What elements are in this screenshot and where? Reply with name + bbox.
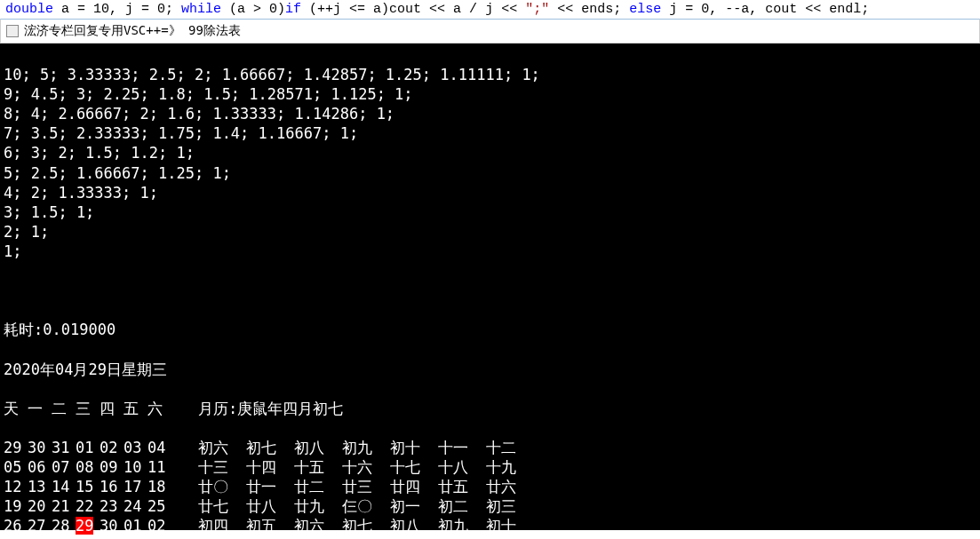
output-line: 1; [4, 242, 976, 261]
output-line: 6; 3; 2; 1.5; 1.2; 1; [4, 143, 976, 162]
day-cell: 12 [4, 477, 28, 496]
lunar-cell: 十一 [198, 535, 246, 539]
blank-line [4, 281, 976, 300]
lunar-cell: 初四 [198, 516, 246, 535]
day-cell: 01 [76, 438, 100, 457]
lunar-cell: 初六 [198, 438, 246, 457]
lunar-cell: 廿四 [390, 477, 438, 496]
day-cell: 10 [123, 457, 147, 477]
calendar-header: 天一二三四五六月历:庚鼠年四月初七 [4, 399, 976, 418]
lunar-cell: 初九 [438, 516, 486, 535]
output-line: 9; 4.5; 3; 2.25; 1.8; 1.5; 1.28571; 1.12… [4, 84, 976, 104]
lunar-header: 月历:庚鼠年四月初七 [198, 400, 343, 417]
output-line: 8; 4; 2.66667; 2; 1.6; 1.33333; 1.14286;… [4, 104, 976, 123]
day-cell: 27 [28, 516, 52, 535]
lunar-cell: 十六 [438, 535, 486, 539]
lunar-cell: 十四 [246, 457, 294, 477]
window-title: 浤济专栏回复专用VSC++=》 99除法表 [24, 23, 241, 39]
day-cell: 19 [4, 496, 28, 516]
day-cell: 22 [76, 496, 100, 516]
calendar-row: 29303101020304初六初七初八初九初十十一十二 [4, 438, 976, 457]
code-snippet: double a = 10, j = 0; while (a > 0)if (+… [0, 0, 980, 19]
day-cell: 13 [28, 477, 52, 496]
output-line: 5; 2.5; 1.66667; 1.25; 1; [4, 163, 976, 183]
day-cell: 04 [28, 535, 52, 539]
weekday-cell: 一 [28, 399, 52, 418]
lunar-cell: 初七 [246, 438, 294, 457]
day-cell: 01 [123, 516, 147, 535]
lunar-cell: 初十 [486, 516, 534, 535]
output-line: 2; 1; [4, 222, 976, 242]
lunar-cell: 十五 [390, 535, 438, 539]
day-cell: 04 [147, 438, 171, 457]
window-title-bar[interactable]: 浤济专栏回复专用VSC++=》 99除法表 [0, 19, 980, 44]
day-cell: 29 [4, 438, 28, 457]
output-line: 7; 3.5; 2.33333; 1.75; 1.4; 1.16667; 1; [4, 123, 976, 143]
console-output[interactable]: 10; 5; 3.33333; 2.5; 2; 1.66667; 1.42857… [0, 44, 980, 530]
date-line: 2020年04月29日星期三 [4, 360, 976, 379]
day-cell: 02 [147, 516, 171, 535]
lunar-cell: 十二 [486, 438, 534, 457]
day-cell: 08 [123, 535, 147, 539]
lunar-cell: 十二 [246, 535, 294, 539]
day-cell: 08 [76, 457, 100, 477]
day-cell: 05 [4, 457, 28, 477]
lunar-cell: 初一 [390, 496, 438, 516]
weekday-cell: 六 [147, 399, 171, 418]
lunar-cell: 初十 [390, 438, 438, 457]
output-line: 3; 1.5; 1; [4, 202, 976, 222]
lunar-cell: 初六 [294, 516, 342, 535]
lunar-cell: 初九 [342, 438, 390, 457]
calendar-row: 05060708091011十三十四十五十六十七十八十九 [4, 457, 976, 477]
lunar-cell: 初七 [342, 516, 390, 535]
day-cell: 07 [52, 457, 76, 477]
lunar-cell: 初八 [294, 438, 342, 457]
lunar-cell: 仨〇 [342, 496, 390, 516]
lunar-cell: 廿七 [198, 496, 246, 516]
output-line: 4; 2; 1.33333; 1; [4, 183, 976, 202]
lunar-cell: 十七 [486, 535, 534, 539]
day-cell: 03 [4, 535, 28, 539]
lunar-cell: 十八 [438, 457, 486, 477]
calendar-row: 03040506070809十一十二十三十四十五十六十七 [4, 535, 976, 539]
calendar-row: 12131415161718廿〇廿一廿二廿三廿四廿五廿六 [4, 477, 976, 496]
keyword-else: else [629, 2, 661, 17]
weekday-cell: 五 [123, 399, 147, 418]
lunar-cell: 廿八 [246, 496, 294, 516]
day-cell: 30 [28, 438, 52, 457]
day-cell: 05 [52, 535, 76, 539]
lunar-cell: 十四 [342, 535, 390, 539]
lunar-cell: 十一 [438, 438, 486, 457]
day-cell: 03 [123, 438, 147, 457]
day-cell: 14 [52, 477, 76, 496]
lunar-cell: 廿五 [438, 477, 486, 496]
lunar-cell: 廿一 [246, 477, 294, 496]
day-cell: 29 [76, 516, 100, 535]
keyword-double: double [5, 2, 53, 17]
lunar-cell: 初五 [246, 516, 294, 535]
day-cell: 31 [52, 438, 76, 457]
day-cell: 09 [100, 457, 123, 477]
keyword-if: if [285, 2, 301, 17]
elapsed-time: 耗时:0.019000 [4, 320, 976, 339]
day-cell: 17 [123, 477, 147, 496]
day-cell: 02 [100, 438, 123, 457]
lunar-cell: 初八 [390, 516, 438, 535]
weekday-cell: 四 [100, 399, 123, 418]
calendar-body: 29303101020304初六初七初八初九初十十一十二050607080910… [4, 438, 976, 539]
lunar-cell: 初三 [486, 496, 534, 516]
day-cell: 18 [147, 477, 171, 496]
lunar-cell: 十七 [390, 457, 438, 477]
day-cell: 07 [100, 535, 123, 539]
calendar-row: 26272829300102初四初五初六初七初八初九初十 [4, 516, 976, 535]
lunar-cell: 十五 [294, 457, 342, 477]
weekday-cell: 二 [52, 399, 76, 418]
calendar-row: 19202122232425廿七廿八廿九仨〇初一初二初三 [4, 496, 976, 516]
lunar-cell: 十三 [294, 535, 342, 539]
day-cell: 28 [52, 516, 76, 535]
day-cell: 15 [76, 477, 100, 496]
lunar-cell: 廿〇 [198, 477, 246, 496]
day-cell: 23 [100, 496, 123, 516]
lunar-cell: 十六 [342, 457, 390, 477]
day-cell: 30 [100, 516, 123, 535]
